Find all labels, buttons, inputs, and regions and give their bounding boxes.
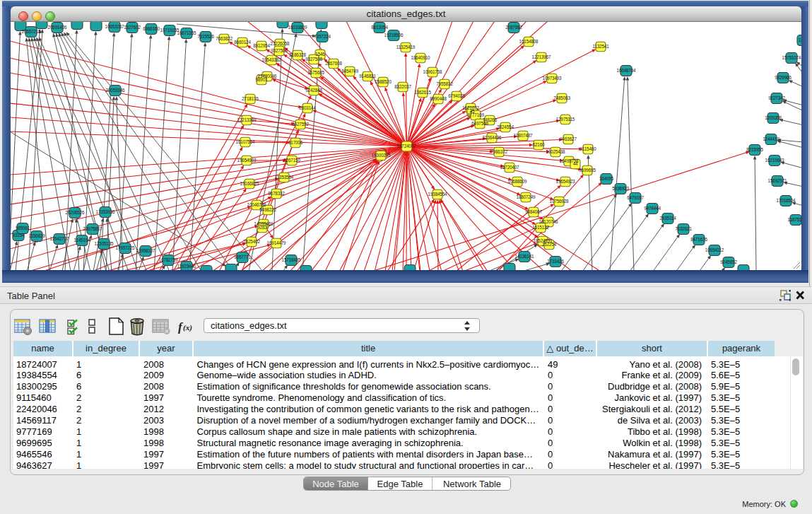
svg-text:12942737: 12942737 [50,236,69,241]
svg-text:23226058: 23226058 [271,41,290,46]
svg-text:19384554: 19384554 [428,192,447,197]
svg-text:3675685: 3675685 [307,70,324,75]
svg-text:2867608: 2867608 [325,61,342,66]
svg-text:15692971: 15692971 [768,178,787,183]
svg-text:7986372: 7986372 [490,149,507,154]
svg-text:8427552: 8427552 [292,122,309,127]
svg-text:11325419: 11325419 [396,45,416,49]
svg-text:9084067: 9084067 [525,209,542,214]
svg-text:1362615: 1362615 [414,90,431,95]
svg-text:12505135: 12505135 [95,241,114,246]
svg-text:7663822: 7663822 [216,36,233,41]
svg-text:9463627: 9463627 [560,136,577,141]
svg-text:19654923: 19654923 [556,179,575,184]
svg-text:10807487: 10807487 [514,133,533,138]
svg-text:9242848: 9242848 [305,88,322,93]
svg-text:8267150: 8267150 [283,158,300,163]
svg-text:9146821: 9146821 [359,74,376,78]
svg-text:917006: 917006 [288,140,303,145]
svg-text:23975867: 23975867 [83,226,102,231]
svg-text:985061: 985061 [16,226,30,230]
svg-text:8678332: 8678332 [268,191,285,196]
svg-text:16782759: 16782759 [159,257,178,262]
svg-text:11353594: 11353594 [275,175,294,180]
svg-text:6794028: 6794028 [448,93,465,98]
svg-text:1733426: 1733426 [547,259,564,264]
svg-text:21364436: 21364436 [483,135,502,140]
svg-text:93154: 93154 [13,233,25,238]
svg-text:9283: 9283 [257,225,267,230]
svg-text:2803144: 2803144 [299,105,316,110]
svg-text:18807249: 18807249 [517,194,536,199]
svg-text:16033809: 16033809 [288,25,307,30]
svg-text:9245652: 9245652 [720,259,737,264]
svg-text:19654903: 19654903 [237,158,257,163]
svg-text:17957225: 17957225 [116,245,135,250]
svg-text:62160: 62160 [533,142,545,147]
svg-text:2935114: 2935114 [660,216,677,221]
svg-text:12213369: 12213369 [237,117,257,122]
svg-text:8912954: 8912954 [253,43,270,48]
svg-text:10688609: 10688609 [508,179,527,184]
svg-text:9327509: 9327509 [271,48,288,53]
svg-text:1527602: 1527602 [124,25,141,30]
svg-text:1167533: 1167533 [788,217,802,222]
svg-text:15716485: 15716485 [282,257,301,262]
svg-text:7625402: 7625402 [243,239,260,244]
svg-text:6966160: 6966160 [143,26,160,31]
svg-text:10025438: 10025438 [546,149,565,154]
svg-text:7632621: 7632621 [675,226,692,231]
svg-text:19166825: 19166825 [240,181,259,186]
svg-text:8813054: 8813054 [371,25,388,30]
svg-text:16210643: 16210643 [765,158,784,163]
svg-text:14136141: 14136141 [515,254,534,259]
svg-text:8990448: 8990448 [430,96,447,101]
svg-text:10654112: 10654112 [705,247,724,252]
svg-text:2718176: 2718176 [242,96,259,101]
svg-text:8660124: 8660124 [234,40,251,45]
svg-text:9699695: 9699695 [579,168,596,173]
svg-text:16671355: 16671355 [177,30,196,35]
svg-text:16154808: 16154808 [519,39,539,44]
svg-text:15751074: 15751074 [782,55,801,60]
svg-text:746266: 746266 [483,117,498,122]
svg-text:9329966: 9329966 [775,75,792,80]
svg-text:10973493: 10973493 [543,76,562,81]
svg-text:20206526: 20206526 [66,210,85,215]
svg-text:7357224: 7357224 [314,34,331,39]
svg-text:9474444: 9474444 [644,206,661,211]
svg-text:18724007: 18724007 [397,144,416,148]
svg-text:11923446: 11923446 [177,264,196,269]
svg-text:8215955: 8215955 [746,147,763,152]
svg-text:9115460: 9115460 [580,146,597,151]
svg-text:9657771: 9657771 [234,255,251,259]
svg-text:17016504: 17016504 [777,198,796,203]
svg-text:19300295: 19300295 [372,153,391,158]
svg-text:(x): (x) [183,323,192,332]
svg-text:18640910: 18640910 [411,55,430,60]
svg-text:20557215: 20557215 [22,29,41,34]
svg-text:1615132: 1615132 [532,225,549,230]
svg-text:9777169: 9777169 [467,112,484,117]
svg-text:7515526: 7515526 [197,34,214,39]
svg-text:98901: 98901 [256,77,268,82]
svg-text:16107554: 16107554 [236,139,255,144]
svg-text:1244419: 1244419 [763,136,779,141]
svg-text:1588520: 1588520 [375,79,392,84]
svg-text:8471676: 8471676 [690,237,707,242]
svg-text:9327508: 9327508 [305,57,322,62]
svg-text:1112: 1112 [799,37,801,42]
svg-text:16543382: 16543382 [262,57,281,62]
svg-text:3824554: 3824554 [497,124,514,129]
svg-text:10046786: 10046786 [247,202,266,207]
svg-text:15720407: 15720407 [500,165,519,170]
svg-text:16914479: 16914479 [267,240,286,245]
svg-text:17353936: 17353936 [96,209,115,214]
svg-text:16120746: 16120746 [539,219,558,224]
svg-text:8186328: 8186328 [289,52,306,57]
svg-text:8322037: 8322037 [394,84,411,89]
svg-text:1209358: 1209358 [765,115,782,120]
svg-text:10961758: 10961758 [423,69,442,74]
svg-text:20691406: 20691406 [48,25,67,30]
svg-text:252254: 252254 [542,242,557,247]
